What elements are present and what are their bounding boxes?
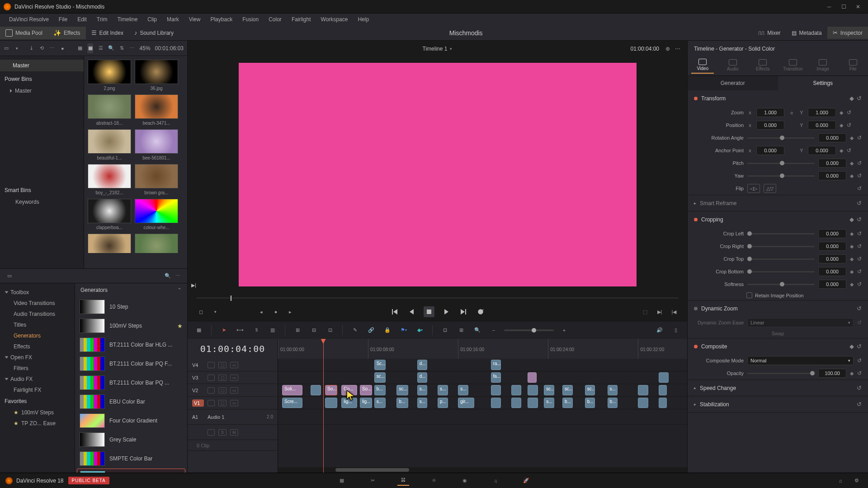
- auto-select-icon[interactable]: ▢: [218, 375, 226, 381]
- timeline-clip[interactable]: s...: [438, 385, 448, 395]
- timeline-ruler[interactable]: 01:00:00:0001:00:08:0001:00:16:0001:00:2…: [278, 339, 687, 359]
- timeline-clip[interactable]: d...: [417, 372, 428, 383]
- cropping-header[interactable]: Cropping ◆↺: [688, 211, 868, 227]
- edit-page-tab[interactable]: ☵: [397, 476, 409, 486]
- favorite-star-icon[interactable]: ★: [177, 323, 183, 329]
- crop-bottom-slider[interactable]: [747, 271, 815, 272]
- loop-button[interactable]: [475, 306, 486, 317]
- crop-left-field[interactable]: 0.000: [818, 229, 846, 238]
- maximize-button[interactable]: ☐: [837, 2, 850, 11]
- timeline-clip[interactable]: b...: [396, 398, 408, 408]
- viewer[interactable]: ▶|: [188, 57, 687, 292]
- favorite-item[interactable]: ★100mV Steps: [0, 407, 75, 418]
- disable-icon[interactable]: ▭: [230, 387, 238, 394]
- subtab-generator[interactable]: Generator: [688, 76, 778, 90]
- media-thumb[interactable]: dog-18014...: [135, 234, 178, 253]
- enable-dot-icon[interactable]: [694, 345, 698, 348]
- reset-icon[interactable]: ↺: [857, 230, 862, 237]
- tree-power-master[interactable]: Master: [0, 85, 84, 97]
- fx-category-audio-transitions[interactable]: Audio Transitions: [0, 309, 75, 319]
- generator-ebu-color-bar[interactable]: EBU Color Bar: [77, 393, 185, 411]
- dynamic-trim-tool[interactable]: ⥮: [250, 324, 262, 336]
- import-icon[interactable]: ⤓: [29, 43, 35, 53]
- menu-file[interactable]: File: [54, 14, 72, 24]
- keyframe-icon[interactable]: ◆: [849, 343, 854, 350]
- fx-options-icon[interactable]: ⋯: [173, 271, 183, 281]
- timeline-clip[interactable]: [659, 385, 667, 395]
- menu-playback[interactable]: Playback: [206, 14, 237, 24]
- menu-view[interactable]: View: [184, 14, 205, 24]
- timeline-clip[interactable]: Scre...: [282, 398, 302, 408]
- yaw-slider[interactable]: [747, 175, 815, 177]
- fx-search-icon[interactable]: 🔍: [163, 271, 173, 281]
- timeline-clip[interactable]: p...: [438, 398, 448, 408]
- zoom-in-button[interactable]: +: [558, 324, 570, 336]
- track-lane-v2[interactable]: Soli...So...Co...So...b...sc...s...s...s…: [278, 384, 687, 397]
- reset-icon[interactable]: ↺: [857, 135, 862, 141]
- reset-icon[interactable]: ↺: [857, 95, 862, 102]
- dz-ease-select[interactable]: Linear▾: [747, 318, 854, 327]
- timeline-clip[interactable]: b...: [562, 398, 573, 408]
- pos-x-field[interactable]: 0.000: [756, 121, 784, 130]
- audio-mute-icon[interactable]: 🔊: [654, 324, 665, 336]
- timeline-clip[interactable]: s...: [544, 398, 554, 408]
- timeline-clip[interactable]: sc...: [374, 372, 386, 383]
- lock-icon[interactable]: [208, 400, 215, 406]
- blade-tool[interactable]: ▥: [267, 324, 278, 336]
- keyframe-icon[interactable]: ◆: [850, 371, 854, 376]
- media-thumb[interactable]: 2.png: [88, 60, 131, 91]
- edit-index-toggle[interactable]: ☰Edit Index: [86, 27, 129, 39]
- search-icon[interactable]: 🔍: [108, 43, 114, 53]
- timeline-clip[interactable]: [528, 385, 538, 395]
- fx-category-titles[interactable]: Titles: [0, 319, 75, 330]
- subtab-settings[interactable]: Settings: [778, 76, 868, 90]
- smart-reframe-header[interactable]: ▸ Smart Reframe ↺: [688, 195, 868, 211]
- go-out-icon[interactable]: |◀: [669, 307, 679, 317]
- close-button[interactable]: ✕: [852, 2, 864, 11]
- zoom-slider[interactable]: [504, 329, 554, 331]
- reset-icon[interactable]: ↺: [857, 385, 862, 391]
- media-thumb[interactable]: bee-561801...: [135, 129, 178, 160]
- viewer-scrubber[interactable]: [197, 294, 678, 303]
- favorite-item[interactable]: ★TP ZO... Ease: [0, 418, 75, 429]
- pitch-slider[interactable]: [747, 163, 815, 164]
- timeline-clip[interactable]: sc...: [562, 385, 573, 395]
- stop-button[interactable]: [424, 306, 434, 317]
- timeline-clip[interactable]: [325, 398, 337, 408]
- menu-color[interactable]: Color: [264, 14, 286, 24]
- retain-image-checkbox[interactable]: Retain Image Position: [688, 291, 868, 300]
- viewer-crop-icon[interactable]: ◻: [196, 307, 206, 317]
- step-forward-icon[interactable]: ▶|: [191, 282, 196, 288]
- smart-bins-header[interactable]: Smart Bins: [0, 183, 84, 196]
- track-head-v1[interactable]: V1▢▭: [188, 397, 278, 409]
- lock-icon[interactable]: [208, 429, 215, 436]
- marker-icon[interactable]: ◆▾: [414, 324, 426, 336]
- track-head-a1-controls[interactable]: SM: [188, 425, 278, 440]
- crop-left-slider[interactable]: [747, 233, 815, 235]
- speed-header[interactable]: ▸ Speed Change ↺: [688, 380, 868, 396]
- media-thumb[interactable]: abstract-18...: [88, 94, 131, 126]
- timeline-clip[interactable]: b...: [585, 398, 595, 408]
- solo-button[interactable]: S: [218, 429, 226, 436]
- generator-solid-color[interactable]: Solid Color: [77, 469, 185, 473]
- timeline-playhead-line[interactable]: [323, 359, 324, 473]
- settings-icon[interactable]: ⚙: [852, 476, 862, 486]
- zoom-out-button[interactable]: −: [488, 324, 500, 336]
- timeline-clip[interactable]: s...: [608, 385, 618, 395]
- keyframe-icon[interactable]: ◆: [850, 231, 854, 237]
- timeline-clip[interactable]: s...: [417, 398, 428, 408]
- cut-page-tab[interactable]: ✂: [367, 476, 378, 486]
- fx-category-video-transitions[interactable]: Video Transitions: [0, 298, 75, 309]
- zoom-x-field[interactable]: 1.000: [756, 108, 784, 117]
- next-edit-icon[interactable]: ▸: [285, 307, 295, 317]
- fx-category-fairlight-fx[interactable]: Fairlight FX: [0, 385, 75, 395]
- reset-icon[interactable]: ↺: [857, 160, 862, 166]
- track-lane-a1[interactable]: [278, 409, 687, 425]
- timeline-clip[interactable]: sc...: [544, 385, 554, 395]
- keyframe-icon[interactable]: ◆: [850, 282, 854, 287]
- keyframe-icon[interactable]: ◆: [850, 135, 854, 141]
- inspector-tab-audio[interactable]: Audio: [722, 59, 744, 73]
- yaw-field[interactable]: 0.000: [818, 171, 846, 180]
- fx-category-effects[interactable]: Effects: [0, 341, 75, 352]
- viewer-timecode[interactable]: 01:00:04:00: [631, 46, 659, 52]
